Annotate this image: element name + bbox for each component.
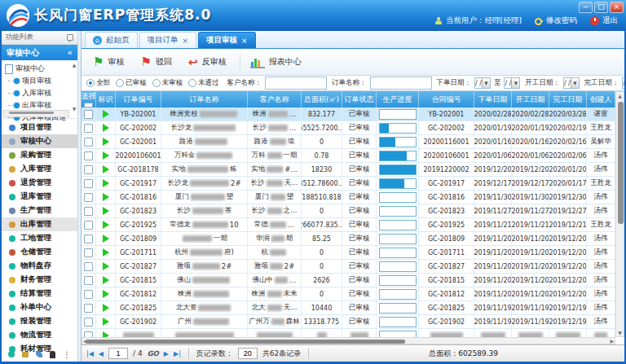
tree-root-audit-center[interactable]: 审核中心 [5, 63, 76, 75]
sidebar-item-出库管理[interactable]: 出库管理 [2, 217, 77, 231]
dot-icon[interactable] [8, 351, 15, 357]
go-button[interactable]: GO [148, 349, 159, 357]
cell-select[interactable] [82, 149, 96, 162]
column-header-标识[interactable]: 标识 [96, 91, 116, 107]
cell-select[interactable] [82, 329, 96, 337]
person-icon[interactable] [50, 351, 55, 358]
row-checkbox[interactable] [84, 290, 93, 299]
status-radio-全部[interactable]: 全部 [86, 78, 110, 88]
table-row[interactable]: GC-202002长沙龙长沙…65525.7200…已审核GC-20200220… [82, 121, 615, 135]
tree-vertical-scrollbar[interactable]: ▲▼ [71, 62, 77, 112]
sidebar-item-退库管理[interactable]: 退库管理 [2, 190, 77, 204]
order-date-to-picker[interactable]: / /▼ [504, 77, 520, 89]
status-radio-未审核[interactable]: 未审核 [152, 78, 183, 88]
maximize-button[interactable]: □ [594, 2, 608, 13]
sidebar-item-工地管理[interactable]: 工地管理 [2, 231, 77, 245]
sidebar-item-物流管理[interactable]: 物流管理 [2, 328, 77, 342]
sidebar-item-仓储管理[interactable]: 仓储管理 [2, 245, 77, 259]
column-header-完工日期[interactable]: 完工日期 [549, 91, 587, 107]
row-checkbox[interactable] [84, 331, 93, 338]
pin-icon[interactable] [67, 34, 73, 41]
cell-select[interactable] [82, 232, 96, 245]
tree-item-项目审核[interactable]: 项目审核 [5, 75, 76, 87]
cell-select[interactable] [82, 287, 96, 300]
sidebar-item-入库管理[interactable]: 入库管理 [2, 162, 77, 176]
tree-horizontal-scrollbar[interactable] [3, 110, 69, 117]
column-header-总面积(㎡)[interactable]: 总面积(㎡) [302, 91, 342, 107]
table-row[interactable]: GC-201827雅颂2#雅颂2#0已审核GC-2018272019/11/20… [82, 260, 615, 274]
row-checkbox[interactable] [84, 179, 93, 188]
horizontal-scrollbar[interactable]: ◀▶ [82, 337, 615, 344]
column-header-选择[interactable]: 选择 [82, 91, 96, 107]
toolbar-button-驳回[interactable]: ⚑驳回 [135, 54, 179, 70]
column-header-合同编号[interactable]: 合同编号 [419, 91, 474, 107]
order-date-from-picker[interactable]: / /▼ [474, 77, 491, 89]
logout-button[interactable]: 退出 [590, 15, 618, 26]
first-page-button[interactable]: |◀ [86, 350, 94, 357]
tree-item-入库审核[interactable]: 入库审核 [5, 87, 76, 99]
column-header-创建人[interactable]: 创建人 [587, 91, 615, 107]
row-checkbox[interactable] [84, 207, 93, 216]
sidebar-item-物料盘存[interactable]: 物料盘存 [2, 259, 77, 273]
column-header-订单名称[interactable]: 订单名称 [161, 91, 248, 107]
column-header-订单状态[interactable]: 订单状态 [342, 91, 377, 107]
table-row[interactable]: GC-201902广州广州万森林13318.775已审核GC-201902201… [82, 315, 615, 329]
sidebar-item-补单中心[interactable]: 补单中心 [2, 300, 77, 314]
table-row[interactable]: GC-201711杭州府)杭0已审核GC-2017112019/11/20201… [82, 246, 615, 260]
column-header-开工日期[interactable]: 开工日期 [512, 91, 549, 107]
column-header-客户名称[interactable]: 客户名称 [248, 91, 302, 107]
per-page-input[interactable] [238, 348, 258, 359]
cell-select[interactable] [82, 204, 96, 217]
sidebar-item-生产管理[interactable]: 生产管理 [2, 204, 77, 217]
toolbar-button-报表中心[interactable]: 报表中心 [245, 53, 310, 71]
row-checkbox[interactable] [84, 193, 93, 202]
page-number-input[interactable] [108, 348, 128, 359]
table-row[interactable]: GC-201812株洲株洲未来0已审核GC-2018122019/11/2020… [82, 287, 615, 301]
table-row[interactable]: GC-201809一期华润期85.25已审核GC-2018092019/11/2… [82, 232, 615, 246]
chevron-down-icon[interactable]: ▼ [571, 78, 579, 88]
row-checkbox[interactable] [84, 124, 93, 133]
tab-起始页[interactable]: ⌂起始页 [85, 32, 138, 48]
row-checkbox[interactable] [84, 235, 93, 243]
row-checkbox[interactable] [84, 276, 93, 285]
cell-select[interactable] [82, 274, 96, 287]
next-page-button[interactable]: ▶ [164, 350, 169, 357]
row-checkbox[interactable] [84, 304, 93, 313]
tab-项目审核[interactable]: 项目审核× [198, 32, 256, 48]
vertical-scrollbar[interactable]: ▲▼ [615, 91, 624, 337]
table-row[interactable]: GC-201925常德龙10常德…266077.835…已审核GC-201925… [82, 218, 615, 232]
row-checkbox[interactable] [84, 318, 93, 327]
row-checkbox[interactable] [84, 110, 93, 119]
table-row[interactable]: GC-201917长沙龙2#长沙天…8512.78600…已审核GC-20191… [82, 177, 615, 191]
row-checkbox[interactable] [84, 221, 93, 230]
cell-select[interactable] [82, 315, 96, 328]
table-row[interactable]: GC-2018178实地栋实地#…18230已审核201912200022019… [82, 163, 615, 177]
column-header-下单日期[interactable]: 下单日期 [474, 91, 512, 107]
minimize-button[interactable]: − [579, 2, 593, 13]
table-row[interactable]: GC-201816厦门望厦门望188510.818已审核GC-201816201… [82, 191, 615, 204]
row-checkbox[interactable] [84, 151, 93, 160]
vertical-scrollbar-thumb[interactable] [618, 102, 624, 224]
sidebar-item-采购管理[interactable]: 采购管理 [2, 148, 77, 162]
cell-select[interactable] [82, 107, 96, 121]
prev-page-button[interactable]: ◀ [99, 350, 104, 357]
table-row[interactable]: YB-202001株洲党校株洲…832.177已审核YB-2020012020/… [82, 107, 615, 121]
table-row[interactable]: GC-201823长沙茶长沙之…0已审核GC-2018232019/11/272… [82, 204, 615, 218]
start-date-picker[interactable]: / /▼ [563, 77, 580, 89]
sidebar-item-财务管理[interactable]: 财务管理 [2, 273, 77, 287]
row-checkbox[interactable] [84, 248, 93, 257]
table-row[interactable] [82, 329, 615, 337]
toolbar-button-反审核[interactable]: ↩反审核 [183, 53, 235, 71]
sidebar-item-结算管理[interactable]: 结算管理 [2, 287, 77, 300]
sidebar-item-报装管理[interactable]: 报装管理 [2, 314, 77, 328]
column-header-订单编号[interactable]: 订单编号 [116, 91, 161, 107]
customer-name-input[interactable] [265, 77, 327, 90]
cell-select[interactable] [82, 246, 96, 259]
cell-select[interactable] [82, 301, 96, 314]
change-password-button[interactable]: 修改密码 [535, 15, 577, 26]
sidebar-item-审核中心[interactable]: 审核中心 [2, 134, 77, 148]
status-radio-未通过[interactable]: 未通过 [188, 78, 219, 88]
tab-close-icon[interactable]: × [241, 37, 248, 45]
leaf-icon[interactable] [36, 351, 42, 357]
cell-select[interactable] [82, 218, 96, 231]
